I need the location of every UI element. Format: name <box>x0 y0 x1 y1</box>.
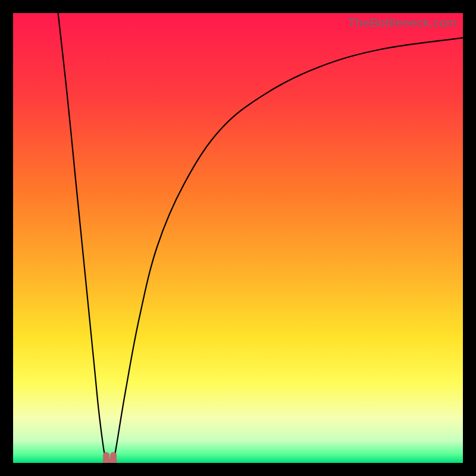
chart-frame: TheBottleneck.com <box>0 0 476 476</box>
curve-right-branch <box>114 38 463 463</box>
curve-left-branch <box>58 13 107 463</box>
plot-area: TheBottleneck.com <box>13 13 463 463</box>
min-markers <box>103 455 117 463</box>
watermark-text: TheBottleneck.com <box>348 15 457 30</box>
curve-layer <box>13 13 463 463</box>
